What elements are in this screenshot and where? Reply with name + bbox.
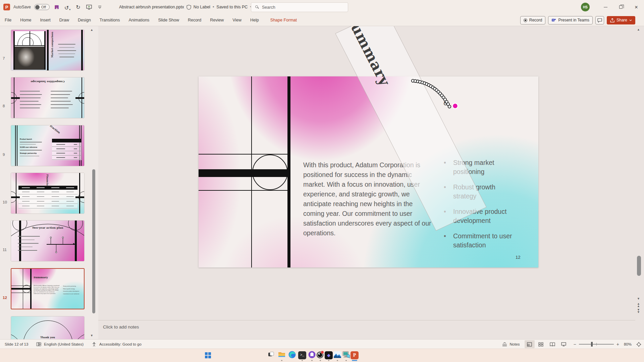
zoom-in-button[interactable]: + — [616, 342, 619, 347]
share-button[interactable]: Share — [607, 16, 635, 24]
save-location[interactable]: Saved to this PC — [216, 5, 248, 9]
tab-draw[interactable]: Draw — [59, 18, 69, 22]
record-button[interactable]: Record — [520, 16, 546, 24]
next-slide-button[interactable]: ▼▼ — [637, 309, 640, 313]
tab-home[interactable]: Home — [20, 18, 31, 22]
slideshow-view-button[interactable] — [559, 340, 569, 348]
spellcheck-icon[interactable] — [36, 342, 41, 347]
document-title: Abstract airbrush presentation.pptx — [119, 5, 184, 9]
slide-decor-bar — [287, 76, 290, 267]
tab-shape-format[interactable]: Shape Format — [270, 18, 297, 22]
slide-thumbnail-7[interactable]: Market comparison — [11, 29, 85, 71]
panel-scrollbar[interactable] — [92, 169, 95, 313]
notes-icon — [502, 342, 507, 346]
obsidian-icon: ◆ — [325, 351, 333, 359]
accessibility-status[interactable]: Accessibility: Good to go — [99, 342, 142, 346]
slide-number: 7 — [3, 56, 9, 60]
previous-slide-button[interactable]: ▲▲ — [637, 303, 640, 307]
search-input[interactable]: Search — [251, 2, 348, 12]
slide-thumbnail-13[interactable]: Thank you — [11, 316, 85, 339]
tab-review[interactable]: Review — [210, 18, 224, 22]
sensitivity-shield-icon — [186, 5, 191, 10]
present-label: Present in Teams — [558, 18, 589, 22]
remote-desktop-icon — [342, 351, 350, 358]
chevron-down-icon — [98, 6, 102, 9]
save-button[interactable]: 🖪 — [53, 3, 60, 11]
obsidian-button[interactable]: ◆ — [325, 351, 333, 359]
thumbnail-bullets: Strong market positioningRobust growth s… — [63, 286, 83, 296]
powerpoint-taskbar-button[interactable]: P — [351, 351, 359, 359]
fit-slide-to-window-icon[interactable] — [636, 342, 641, 347]
normal-view-button[interactable] — [525, 340, 535, 348]
tab-design[interactable]: Design — [78, 18, 91, 22]
start-button[interactable] — [205, 352, 211, 358]
slide-body-textbox[interactable]: With this product, Adatum Corporation is… — [303, 160, 435, 238]
tab-slide-show[interactable]: Slide Show — [158, 18, 179, 22]
remote-desktop-button[interactable] — [342, 351, 350, 360]
present-in-teams-button[interactable]: Present in Teams — [548, 16, 593, 24]
slide-thumbnail-11[interactable]: Two-year action plan — [11, 220, 85, 261]
slide-thumbnail-9[interactable]: Traction Product launch 10,000 user mile… — [11, 125, 85, 166]
active-app-indicator — [352, 360, 357, 361]
slide-sorter-view-button[interactable] — [536, 340, 546, 348]
tab-insert[interactable]: Insert — [40, 18, 51, 22]
slide-thumbnail-12-selected[interactable]: Summary With this product, Adatum Corpor… — [11, 268, 85, 309]
quick-access-toolbar-menu[interactable] — [96, 3, 103, 11]
file-explorer-button[interactable] — [278, 351, 286, 360]
tab-transitions[interactable]: Transitions — [100, 18, 120, 22]
autosave-toggle[interactable]: Off — [34, 4, 50, 10]
slide-number: 9 — [3, 153, 9, 157]
slide-decor-line — [199, 190, 290, 191]
terminal-button[interactable]: >_ — [298, 351, 306, 359]
accessibility-icon[interactable] — [92, 342, 97, 347]
bullet-item: Robust growth strategy — [443, 183, 520, 201]
close-button[interactable]: ✕ — [629, 0, 644, 14]
zoom-slider-thumb[interactable] — [591, 342, 593, 347]
thumbnail-table — [52, 139, 82, 160]
notes-toggle-button[interactable]: Notes — [502, 342, 520, 346]
photos-app-button[interactable] — [333, 351, 341, 360]
bullet-item: Strong market positioning — [443, 158, 520, 176]
canvas-scrollbar[interactable] — [637, 256, 641, 276]
task-view-button[interactable] — [268, 351, 274, 359]
tab-file[interactable]: File — [5, 18, 11, 22]
language-label[interactable]: English (United States) — [44, 342, 84, 346]
separator-dot: • — [213, 5, 214, 9]
ribbon-tab-row: File Home Insert Draw Design Transitions… — [0, 14, 644, 26]
avatar[interactable]: HS — [581, 3, 590, 11]
tab-help[interactable]: Help — [250, 18, 259, 22]
reading-view-button[interactable] — [547, 340, 557, 348]
notes-input[interactable]: Click to add notes — [103, 324, 139, 329]
notes-splitter[interactable] — [98, 320, 635, 320]
restore-button[interactable] — [613, 0, 629, 14]
zoom-out-button[interactable]: − — [574, 342, 576, 347]
slide-sorter-icon — [538, 342, 543, 347]
tab-animations[interactable]: Animations — [129, 18, 150, 22]
comment-icon — [597, 18, 602, 22]
undo-button[interactable]: ↺▾ — [64, 3, 71, 11]
tab-view[interactable]: View — [232, 18, 241, 22]
obs-studio-button[interactable] — [316, 351, 324, 360]
slide-number: 11 — [3, 248, 9, 252]
comments-button[interactable] — [595, 16, 604, 24]
chevron-down-icon: ▾ — [69, 8, 70, 11]
sensitivity-label[interactable]: No Label — [194, 5, 210, 9]
zoom-level[interactable]: 80% — [624, 342, 632, 346]
slide-thumbnail-10[interactable]: Financials — [11, 173, 85, 214]
slide-counter[interactable]: Slide 12 of 13 — [5, 342, 28, 346]
panel-scroll-down-icon[interactable]: ▼ — [90, 334, 93, 337]
canvas-scroll-up-icon[interactable]: ▲ — [637, 28, 640, 31]
canvas-scroll-down-icon[interactable]: ▼ — [637, 297, 640, 300]
redo-button[interactable]: ↻ — [74, 3, 82, 11]
autosave-state: Off — [41, 5, 46, 9]
tab-record[interactable]: Record — [188, 18, 201, 22]
slide-thumbnail-8[interactable]: Competitive landscape — [11, 77, 85, 118]
slide-bullet-textbox[interactable]: Strong market positioning Robust growth … — [443, 158, 520, 256]
zoom-slider[interactable] — [579, 344, 614, 345]
minimize-button[interactable] — [598, 0, 613, 14]
edge-button[interactable] — [288, 351, 296, 360]
github-desktop-button[interactable] — [308, 351, 316, 360]
panel-scroll-up-icon[interactable]: ▲ — [90, 28, 93, 32]
thumbnail-text: Product launch — [20, 138, 42, 140]
start-slideshow-button[interactable] — [85, 3, 93, 11]
